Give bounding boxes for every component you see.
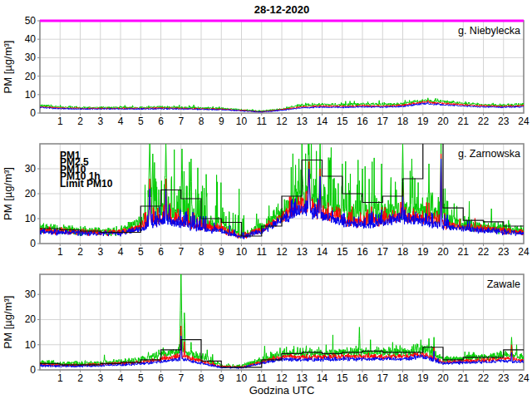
x-tick-label: 1: [57, 372, 63, 384]
x-tick-label: 18: [397, 116, 409, 127]
x-tick-label: 23: [498, 246, 510, 258]
x-tick-label: 7: [178, 116, 184, 127]
x-tick-label: 14: [317, 372, 328, 384]
y-tick-label: 20: [25, 71, 37, 82]
x-tick-label: 10: [236, 372, 248, 384]
y-tick-label: 20: [25, 188, 37, 200]
x-tick-label: 19: [417, 246, 429, 258]
x-tick-label: 13: [297, 372, 308, 384]
x-tick-label: 9: [219, 372, 224, 384]
x-tick-label: 6: [158, 372, 164, 384]
x-tick-label: 11: [257, 246, 268, 258]
chart-canvas: 1234567891011121314151617181920212223240…: [0, 0, 532, 399]
x-tick-label: 11: [257, 116, 268, 127]
x-tick-label: 19: [417, 116, 429, 127]
x-tick-label: 23: [498, 372, 510, 384]
x-tick-label: 22: [478, 116, 490, 127]
y-tick-label: 30: [25, 52, 37, 63]
x-tick-label: 21: [458, 116, 470, 127]
y-tick-label: 30: [25, 288, 37, 300]
x-tick-label: 16: [357, 116, 368, 127]
x-tick-label: 23: [498, 116, 510, 127]
y-tick-label: 50: [25, 15, 37, 27]
x-tick-label: 8: [199, 116, 204, 127]
y-axis-label-panel3: PM [µg/m³]: [2, 296, 14, 349]
x-tick-label: 6: [158, 246, 164, 258]
x-tick-label: 21: [458, 372, 470, 384]
x-tick-label: 5: [138, 116, 144, 127]
y-axis-labels: PM [µg/m³] PM [µg/m³] PM [µg/m³]: [2, 41, 14, 349]
x-tick-label: 20: [437, 116, 449, 127]
x-tick-label: 24: [518, 372, 530, 384]
x-tick-label: 15: [337, 246, 348, 258]
chart-layers: 1234567891011121314151617181920212223240…: [25, 15, 530, 384]
x-tick-label: 22: [478, 372, 490, 384]
x-tick-label: 24: [518, 246, 530, 258]
y-tick-label: 20: [25, 313, 37, 325]
x-tick-label: 17: [377, 246, 389, 258]
x-tick-label: 15: [337, 116, 348, 127]
x-tick-label: 9: [219, 116, 224, 127]
x-tick-label: 4: [118, 116, 124, 127]
y-axis-label-panel2: PM [µg/m³]: [2, 167, 14, 220]
y-tick-label: 0: [30, 364, 36, 376]
y-tick-label: 10: [25, 213, 37, 224]
x-tick-label: 12: [276, 372, 288, 384]
x-tick-label: 13: [297, 246, 308, 258]
x-tick-label: 24: [518, 116, 530, 127]
panel-0: 1234567891011121314151617181920212223240…: [25, 15, 530, 127]
y-tick-label: 10: [25, 89, 37, 101]
x-tick-label: 4: [118, 372, 124, 384]
x-tick-label: 13: [297, 116, 308, 127]
x-tick-label: 9: [219, 246, 224, 258]
x-tick-label: 1: [57, 246, 63, 258]
y-tick-label: 0: [30, 107, 36, 119]
grid: [40, 21, 524, 113]
x-tick-label: 8: [199, 372, 204, 384]
legend-item-limit-pm10: Limit PM10: [60, 178, 113, 190]
x-tick-label: 2: [77, 116, 83, 127]
x-tick-label: 3: [97, 246, 103, 258]
x-tick-label: 5: [138, 246, 144, 258]
x-tick-label: 11: [257, 372, 268, 384]
y-tick-label: 10: [25, 339, 37, 351]
x-tick-label: 8: [199, 246, 204, 258]
x-tick-label: 19: [417, 372, 429, 384]
x-tick-label: 12: [276, 246, 288, 258]
x-tick-label: 20: [437, 372, 449, 384]
x-axis-label: Godzina UTC: [249, 384, 315, 397]
x-tick-label: 7: [178, 246, 184, 258]
x-tick-label: 17: [377, 116, 389, 127]
chart-title: 28-12-2020: [254, 3, 310, 16]
x-tick-label: 12: [276, 116, 288, 127]
station-label-niebylecka: g. Niebylecka: [458, 25, 520, 37]
x-tick-label: 17: [377, 372, 389, 384]
y-tick-label: 40: [25, 33, 37, 45]
x-tick-label: 21: [458, 246, 470, 258]
x-tick-label: 20: [437, 246, 449, 258]
x-tick-label: 7: [178, 372, 184, 384]
x-tick-label: 14: [317, 116, 328, 127]
x-tick-label: 10: [236, 116, 248, 127]
x-tick-label: 16: [357, 372, 368, 384]
x-tick-label: 16: [357, 246, 368, 258]
x-tick-label: 3: [97, 116, 103, 127]
x-tick-label: 14: [317, 246, 328, 258]
x-tick-label: 15: [337, 372, 348, 384]
panel-2: 1234567891011121314151617181920212223240…: [25, 274, 530, 384]
station-label-zawale: Zawale: [487, 278, 520, 290]
x-tick-label: 2: [77, 246, 83, 258]
x-tick-label: 22: [478, 246, 490, 258]
pm-chart-figure: 1234567891011121314151617181920212223240…: [0, 0, 532, 399]
x-tick-label: 6: [158, 116, 164, 127]
y-tick-label: 0: [30, 238, 36, 249]
y-axis-label-panel1: PM [µg/m³]: [2, 41, 14, 94]
x-tick-label: 4: [118, 246, 124, 258]
x-tick-label: 10: [236, 246, 248, 258]
x-tick-label: 1: [57, 116, 63, 127]
x-tick-label: 3: [97, 372, 103, 384]
x-tick-label: 2: [77, 372, 83, 384]
panel-1: 1234567891011121314151617181920212223240…: [25, 131, 530, 258]
x-tick-label: 5: [138, 372, 144, 384]
y-tick-label: 30: [25, 163, 37, 175]
